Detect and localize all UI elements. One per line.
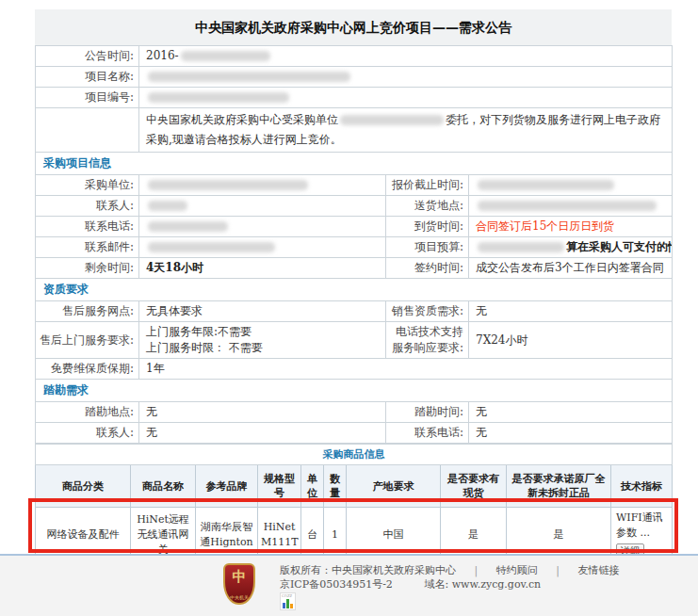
section-row: 采购商品信息 (36, 445, 673, 465)
phone-support-value: 7X24小时 (469, 322, 673, 359)
cnzz-stats-badge-icon[interactable]: cnzz (280, 592, 296, 610)
contact-value (139, 196, 386, 217)
redacted-delivery-place (478, 201, 657, 211)
onsite-service-label: 售后上门服务要求: (36, 322, 139, 359)
redacted-announce-time (181, 51, 270, 61)
section-qualification: 资质要求 (36, 279, 673, 301)
onsite-line2: 上门服务时限： 不需要 (146, 340, 379, 356)
sign-time-value: 成交公告发布后3个工作日内签署合同 (469, 258, 673, 279)
table-row: 售后上门服务要求: 上门服务年限:不需要 上门服务时限： 不需要 电话技术支持服… (36, 322, 673, 359)
copyright-text: 版权所有：中央国家机关政府采购中心 (280, 564, 456, 576)
warranty-label: 免费维保质保期: (36, 359, 139, 380)
redacted-purchaser-name (340, 115, 444, 125)
announce-time-value: 2016- (139, 46, 673, 67)
stats-bar (283, 603, 285, 608)
onsite-service-value: 上门服务年限:不需要 上门服务时限： 不需要 (139, 322, 386, 359)
intro-text-1: 中央国家机关政府采购中心受采购单位 (146, 113, 338, 126)
stats-bar (290, 604, 293, 608)
friend-links-link[interactable]: 友情链接 (577, 564, 619, 576)
logo-glyph: 中 (225, 565, 253, 589)
table-row: 联系人: 无 联系电话: 无 (36, 423, 673, 444)
cnzz-tag: cnzz (282, 593, 292, 598)
survey-time-label: 踏勘时间: (386, 402, 469, 423)
col-origin: 产地要求 (347, 465, 441, 508)
phone-support-label: 电话技术支持服务响应要求: (386, 322, 469, 359)
redacted-phone (148, 221, 228, 232)
survey-place-value: 无 (139, 402, 386, 423)
phone-label: 联系电话: (36, 217, 139, 237)
col-brand: 参考品牌 (196, 465, 258, 508)
footer-text-block: 版权所有：中央国家机关政府采购中心 | 特约顾问 | 友情链接 京ICP备050… (280, 563, 619, 610)
icp-number: 京ICP备05034951号-2 (280, 577, 421, 592)
col-in-stock: 是否要求有现货 (441, 465, 507, 508)
redacted-deadline (478, 180, 614, 190)
general-info-table: 公告时间: 2016- 项目名称: 项目编号: 中央国家机关政府采购中心受采购单… (35, 45, 673, 444)
section-row: 资质要求 (36, 279, 673, 301)
service-outlet-value: 无具体要求 (139, 301, 386, 322)
budget-visible-text: 算在采购人可支付的情况下可增加金额) (566, 240, 673, 253)
redacted-purchaser (148, 180, 308, 190)
col-model: 规格型号 (258, 465, 301, 508)
intro-empty-label (36, 108, 139, 153)
survey-phone-value: 无 (469, 423, 673, 444)
survey-time-value: 无 (469, 402, 673, 423)
delivery-place-value (469, 196, 673, 217)
redacted-budget (478, 242, 564, 252)
table-row: 采购单位: 报价截止时间: (36, 175, 673, 196)
contact-label: 联系人: (36, 196, 139, 217)
table-row: 联系电话: 到货时间: 合同签订后15个日历日到货 (36, 217, 673, 237)
survey-phone-label: 联系电话: (386, 423, 469, 444)
main-content: 中央国家机关政府采购中心网上竞价项目——需求公告 公告时间: 2016- 项目名… (35, 9, 672, 592)
remaining-time-value: 4天18小时 (139, 258, 386, 279)
col-category: 商品分类 (36, 465, 131, 508)
col-tech-spec: 技术指标 (611, 465, 673, 508)
table-row: 踏勘地点: 无 踏勘时间: 无 (36, 402, 673, 423)
section-project-info: 采购项目信息 (36, 153, 673, 175)
budget-value: 算在采购人可支付的情况下可增加金额) (469, 237, 673, 258)
service-outlet-label: 售后服务网点: (36, 301, 139, 322)
procurement-announcement-page: 中央国家机关政府采购中心网上竞价项目——需求公告 公告时间: 2016- 项目名… (0, 0, 698, 616)
sign-time-label: 签约时间: (386, 258, 469, 279)
remaining-time-label: 剩余时间: (36, 258, 139, 279)
footer-inner: 中 中央机关 版权所有：中央国家机关政府采购中心 | 特约顾问 | 友情链接 京… (0, 556, 698, 610)
section-goods: 采购商品信息 (36, 445, 673, 465)
separator: | (475, 564, 479, 576)
separator: | (556, 564, 560, 576)
table-row: 售后服务网点: 无具体要求 销售资质需求: 无 (36, 301, 673, 322)
delivery-place-label: 送货地点: (386, 196, 469, 217)
footer-line3: cnzz (280, 592, 619, 610)
intro-paragraph: 中央国家机关政府采购中心受采购单位委托，对下列货物及服务进行网上电子政府采购,现… (139, 108, 673, 153)
redacted-project-no (148, 92, 289, 103)
onsite-line1: 上门服务年限:不需要 (146, 324, 379, 340)
warranty-value: 1年 (139, 359, 673, 380)
purchaser-label: 采购单位: (36, 175, 139, 196)
delivery-time-label: 到货时间: (386, 217, 469, 237)
project-name-label: 项目名称: (36, 67, 139, 88)
redacted-email (148, 242, 275, 252)
project-no-value (139, 88, 673, 108)
sales-qualification-label: 销售资质需求: (386, 301, 469, 322)
logo-banner-text: 中央机关 (225, 594, 253, 600)
table-row: 剩余时间: 4天18小时 签约时间: 成交公告发布后3个工作日内签署合同 (36, 258, 673, 279)
col-brand-new: 是否要求承诺原厂全新未拆封正品 (507, 465, 611, 508)
redacted-project-name (148, 72, 350, 82)
stats-bar (286, 599, 289, 608)
deadline-value (469, 175, 673, 196)
announce-time-label: 公告时间: (36, 46, 139, 67)
page-title: 中央国家机关政府采购中心网上竞价项目——需求公告 (35, 9, 672, 45)
col-unit: 单位 (301, 465, 324, 508)
announce-time-prefix: 2016- (146, 49, 179, 62)
consultant-link[interactable]: 特约顾问 (496, 564, 538, 576)
col-name: 商品名称 (131, 465, 196, 508)
table-row: 联系人: 送货地点: (36, 196, 673, 217)
redacted-contact (148, 201, 187, 211)
section-row: 采购项目信息 (36, 153, 673, 175)
purchaser-value (139, 175, 386, 196)
col-quantity: 数量 (324, 465, 347, 508)
survey-place-label: 踏勘地点: (36, 402, 139, 423)
procurement-center-logo-icon: 中 中央机关 (223, 563, 255, 605)
section-survey: 踏勘需求 (36, 380, 673, 402)
footer-line1: 版权所有：中央国家机关政府采购中心 | 特约顾问 | 友情链接 (280, 563, 619, 577)
domain-text: 域名: www.zycg.gov.cn (425, 578, 542, 591)
delivery-time-value: 合同签订后15个日历日到货 (469, 217, 673, 237)
